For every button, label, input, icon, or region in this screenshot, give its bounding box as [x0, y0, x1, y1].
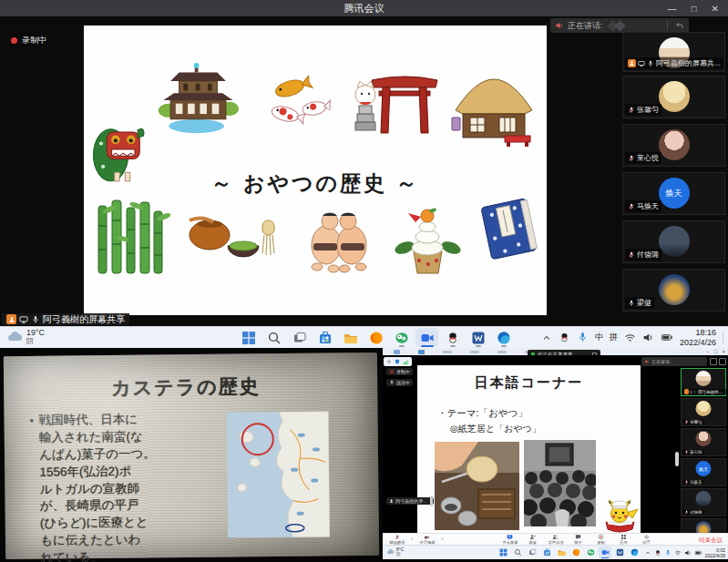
system-tray: 中 拼 18:16 2022/4/26 — [541, 327, 723, 348]
maximize-icon[interactable]: □ — [692, 4, 697, 14]
reply-arrow-icon[interactable] — [674, 21, 684, 31]
wechat-icon[interactable] — [390, 328, 413, 347]
chat-button[interactable]: 聊天 — [568, 534, 589, 545]
participant-tile[interactable]: 梁健 — [622, 269, 725, 312]
firefox-icon[interactable] — [569, 547, 582, 558]
show-desktop-button[interactable] — [723, 332, 723, 344]
sub-taskbar: 8°C 阴 — [383, 545, 728, 559]
apps-button[interactable]: 应用 — [613, 534, 634, 545]
screen-share-icon — [690, 390, 693, 394]
microsoft-store-icon[interactable] — [540, 547, 553, 558]
sub-speaking-text: 正在讲话: — [651, 359, 671, 364]
participant-tile[interactable]: 阿弓義樹的屏幕共... — [681, 368, 726, 396]
castella-slide-photo: カステラの歴史 • 戦国時代、日本に 輸入された南蛮(な んばん)菓子の一つ。 … — [0, 348, 383, 562]
participant-tile[interactable]: 付饶璐 — [622, 220, 725, 263]
minimize-icon[interactable]: – — [707, 348, 710, 355]
chevron-up-icon[interactable]: ˄ — [441, 536, 444, 542]
battery-icon[interactable] — [694, 549, 702, 557]
task-view-button[interactable] — [288, 328, 311, 347]
mic-icon — [628, 300, 635, 307]
close-icon[interactable]: ✕ — [712, 4, 719, 14]
participant-tile[interactable]: 阿弓義樹的屏幕共... — [622, 32, 725, 72]
invite-button[interactable]: 邀请 — [522, 534, 543, 545]
invite-icon — [529, 534, 536, 540]
minimize-icon[interactable]: — — [668, 4, 677, 14]
voice-input-icon[interactable] — [664, 549, 672, 557]
unmute-button[interactable]: 解除静音 — [385, 535, 409, 545]
castella-slide-body: 戦国時代、日本に 輸入された南蛮(な んばん)菓子の一つ。 1556年(弘治2)… — [39, 411, 157, 562]
task-view-button[interactable] — [526, 547, 538, 558]
participant-tile[interactable]: 焕天 马焕天 — [681, 458, 726, 486]
wechat-icon[interactable] — [584, 547, 597, 558]
participant-tile[interactable]: 张馨匀 — [622, 76, 725, 118]
manage-members-button[interactable]: 管理成员 — [545, 534, 566, 545]
mic-muted-icon — [684, 450, 689, 455]
search-button[interactable] — [262, 328, 285, 347]
screen-share-label: 阿弓義樹的屏幕共享 — [2, 313, 129, 325]
recording-dot-icon — [389, 369, 395, 374]
shared-slide: ～ おやつの歴史 ～ — [84, 26, 547, 315]
weather-widget[interactable]: 8°C 阴 — [386, 547, 404, 557]
participant-tile[interactable]: 付饶璐 — [681, 488, 726, 516]
participant-name: 茉心悦 — [690, 450, 702, 455]
avatar — [696, 371, 712, 386]
qq-tray-icon[interactable] — [654, 549, 661, 557]
file-explorer-icon[interactable] — [555, 547, 568, 558]
start-button[interactable] — [237, 328, 260, 347]
chevron-up-icon[interactable]: ˄ — [411, 536, 414, 542]
settings-button[interactable]: 设置 — [636, 534, 657, 545]
volume-icon[interactable] — [642, 332, 654, 343]
maximize-icon[interactable]: □ — [714, 348, 718, 355]
edge-icon[interactable] — [628, 547, 641, 558]
sidebar-collapse-handle[interactable] — [675, 452, 679, 466]
avatar — [659, 226, 690, 257]
meeting-stage: ～ おやつの歴史 ～ — [0, 16, 728, 326]
close-icon[interactable]: × — [722, 348, 725, 355]
wifi-icon[interactable] — [624, 332, 636, 343]
share-screen-button[interactable]: 共享屏幕 — [499, 534, 520, 545]
end-meeting-button[interactable]: 结束会议 — [699, 536, 723, 545]
mic-muted-icon — [628, 203, 635, 210]
wifi-icon[interactable] — [674, 549, 682, 557]
taskbar: 19°C 阴 中 拼 18:16 — [0, 326, 728, 348]
start-button[interactable] — [497, 547, 509, 558]
volume-icon[interactable] — [684, 549, 692, 557]
scrollbar-handle[interactable] — [430, 496, 433, 506]
participant-tile[interactable]: 张馨匀 — [681, 398, 726, 426]
file-explorer-icon[interactable] — [339, 328, 362, 347]
avatar — [659, 81, 690, 112]
word-icon[interactable] — [613, 547, 626, 558]
clock[interactable]: 0:02 2022/4/26 — [705, 547, 725, 558]
qq-tray-icon[interactable] — [559, 332, 570, 343]
firefox-icon[interactable] — [364, 328, 387, 347]
participant-tile[interactable]: 茉心悦 — [622, 124, 725, 167]
expand-icon[interactable] — [719, 358, 726, 365]
screen-share-icon — [638, 60, 645, 67]
chevron-down-icon[interactable] — [710, 358, 717, 365]
word-icon[interactable] — [467, 328, 489, 347]
microsoft-store-icon[interactable] — [313, 328, 336, 347]
mic-muted-icon — [684, 480, 689, 485]
participant-name: 张馨匀 — [690, 420, 702, 424]
edge-icon[interactable] — [492, 328, 515, 347]
maneki-neko-torii-icon — [348, 71, 439, 137]
record-button[interactable]: 录制 — [590, 534, 611, 545]
weather-widget[interactable]: 19°C 阴 — [6, 329, 45, 346]
participant-tile[interactable]: 焕天 马焕天 — [622, 172, 725, 215]
mic-muted-icon — [684, 510, 689, 515]
start-video-button[interactable]: 开启视频 — [415, 535, 439, 545]
qq-icon[interactable] — [441, 328, 464, 347]
tencent-meeting-icon[interactable] — [599, 547, 611, 558]
tray-expand-icon[interactable] — [644, 549, 651, 557]
battery-icon[interactable] — [661, 332, 673, 343]
tray-expand-icon[interactable] — [541, 332, 552, 343]
search-button[interactable] — [511, 547, 524, 558]
participant-tile[interactable]: 茉心悦 — [681, 428, 726, 456]
tencent-meeting-icon[interactable] — [415, 328, 438, 347]
voice-input-icon[interactable] — [577, 332, 589, 343]
mic-icon — [31, 315, 40, 324]
ime-mode-chinese[interactable]: 中 — [595, 332, 603, 343]
sub-recording-label: 录制中 — [396, 369, 410, 374]
ime-mode-pinyin[interactable]: 拼 — [610, 332, 618, 343]
clock[interactable]: 18:16 2022/4/26 — [680, 328, 716, 347]
